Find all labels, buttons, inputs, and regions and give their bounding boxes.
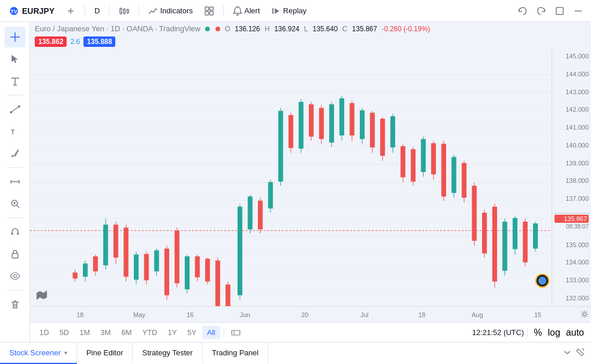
svg-rect-133: [431, 143, 436, 174]
chart-type-btn[interactable]: [114, 4, 134, 18]
crosshair-icon: [10, 32, 20, 42]
svg-rect-63: [72, 273, 77, 278]
price-138: 138.000: [554, 177, 589, 184]
price-time-info: 08:38:07: [554, 223, 589, 230]
fib-tool[interactable]: T: [5, 121, 25, 142]
chart-canvas[interactable]: 145.000 144.000 143.000 142.000 141.000 …: [30, 48, 591, 306]
period-6m[interactable]: 6M: [116, 326, 136, 339]
svg-rect-79: [154, 251, 159, 271]
period-1y[interactable]: 1Y: [163, 326, 181, 339]
bottom-tab-actions: [556, 348, 591, 359]
tab-trading-panel[interactable]: Trading Panel: [203, 343, 268, 364]
svg-point-43: [13, 275, 16, 278]
undo-btn[interactable]: [515, 3, 531, 19]
tab-stock-screener[interactable]: Stock Screener ▾: [0, 343, 77, 364]
time-label-20: 20: [301, 311, 308, 318]
alert-circle-inner: [538, 277, 546, 285]
svg-rect-15: [205, 12, 209, 15]
zoom-tool[interactable]: [5, 193, 25, 214]
crosshair-tool[interactable]: [5, 27, 25, 47]
percent-toggle[interactable]: %: [531, 326, 544, 339]
line-icon: [10, 104, 20, 115]
svg-rect-93: [225, 285, 230, 306]
cursor-tool[interactable]: [5, 49, 25, 69]
period-1m[interactable]: 1M: [75, 326, 94, 339]
measure-icon: [10, 177, 20, 187]
svg-rect-131: [421, 139, 425, 172]
svg-rect-115: [340, 98, 344, 135]
indicators-icon: [148, 6, 158, 16]
text-tool[interactable]: [5, 71, 25, 91]
fullscreen-btn[interactable]: [552, 3, 568, 19]
brush-tool[interactable]: [5, 143, 25, 164]
period-5y[interactable]: 5Y: [183, 326, 201, 339]
time-axis-gear[interactable]: [581, 310, 589, 319]
time-label-18-2: 18: [418, 311, 425, 318]
timeframe-btn[interactable]: D: [90, 4, 104, 17]
svg-rect-13: [205, 7, 209, 10]
svg-rect-105: [289, 115, 293, 148]
pair-name: Euro / Japanese Yen · 1D · OANDA · Tradi…: [35, 24, 200, 33]
eye-icon: [10, 271, 20, 281]
low-value: 135.640: [312, 25, 337, 33]
svg-rect-14: [210, 7, 213, 10]
svg-rect-4: [120, 9, 122, 13]
current-price-box: 135.867: [554, 215, 589, 223]
period-ytd[interactable]: YTD: [137, 326, 162, 339]
main-content: T: [0, 22, 591, 342]
more-btn[interactable]: [570, 3, 586, 19]
period-1d[interactable]: 1D: [35, 326, 54, 339]
eye-tool[interactable]: [5, 266, 25, 286]
replay-btn[interactable]: Replay: [267, 4, 311, 18]
price-134: 134.000: [554, 259, 589, 266]
svg-rect-71: [114, 225, 118, 258]
time-label-may: May: [133, 311, 145, 318]
svg-rect-73: [123, 227, 128, 277]
svg-rect-141: [472, 186, 476, 241]
price-145: 145.000: [554, 53, 589, 60]
svg-text:TV: TV: [10, 9, 17, 14]
compare-btn[interactable]: [228, 325, 244, 341]
alert-btn[interactable]: Alert: [228, 4, 265, 18]
zoom-icon: [10, 198, 20, 209]
time-label-aug: Aug: [472, 311, 483, 318]
svg-rect-95: [238, 207, 242, 295]
svg-rect-139: [462, 163, 466, 198]
period-5d[interactable]: 5D: [55, 326, 74, 339]
svg-rect-145: [493, 207, 497, 281]
high-label: H: [265, 25, 270, 33]
measure-tool[interactable]: [5, 171, 25, 192]
period-all[interactable]: All: [202, 326, 220, 339]
delete-tool[interactable]: [5, 294, 25, 315]
add-symbol-btn[interactable]: [61, 4, 80, 18]
tab-pine-editor[interactable]: Pine Editor: [77, 343, 133, 364]
line-tool[interactable]: [5, 99, 25, 120]
indicators-btn[interactable]: Indicators: [144, 4, 197, 18]
collapse-btn[interactable]: [563, 348, 571, 359]
time-label-15: 15: [534, 311, 541, 318]
symbol-selector[interactable]: TV EURJPY: [5, 4, 59, 18]
svg-rect-151: [523, 222, 527, 262]
svg-marker-20: [275, 8, 279, 14]
sep-2: [109, 5, 110, 17]
magnet-tool[interactable]: [5, 222, 25, 242]
alert-indicator[interactable]: [535, 274, 549, 288]
expand-btn[interactable]: [576, 348, 584, 359]
svg-rect-137: [451, 157, 456, 193]
period-3m[interactable]: 3M: [96, 326, 115, 339]
svg-rect-99: [258, 201, 262, 230]
tab-strategy-tester[interactable]: Strategy Tester: [133, 343, 202, 364]
redo-btn[interactable]: [533, 3, 549, 19]
layouts-btn[interactable]: [200, 4, 218, 18]
alert-label: Alert: [245, 6, 260, 15]
candlestick-chart[interactable]: [30, 48, 552, 306]
svg-rect-135: [442, 144, 446, 197]
replay-label: Replay: [283, 6, 307, 15]
lock-tool[interactable]: [5, 244, 25, 264]
auto-toggle[interactable]: auto: [564, 326, 586, 339]
log-toggle[interactable]: log: [546, 326, 563, 339]
price-140: 140.000: [554, 142, 589, 149]
price-141: 141.000: [554, 124, 589, 131]
period-sep-2: [527, 328, 528, 337]
expand-icon: [576, 348, 584, 356]
